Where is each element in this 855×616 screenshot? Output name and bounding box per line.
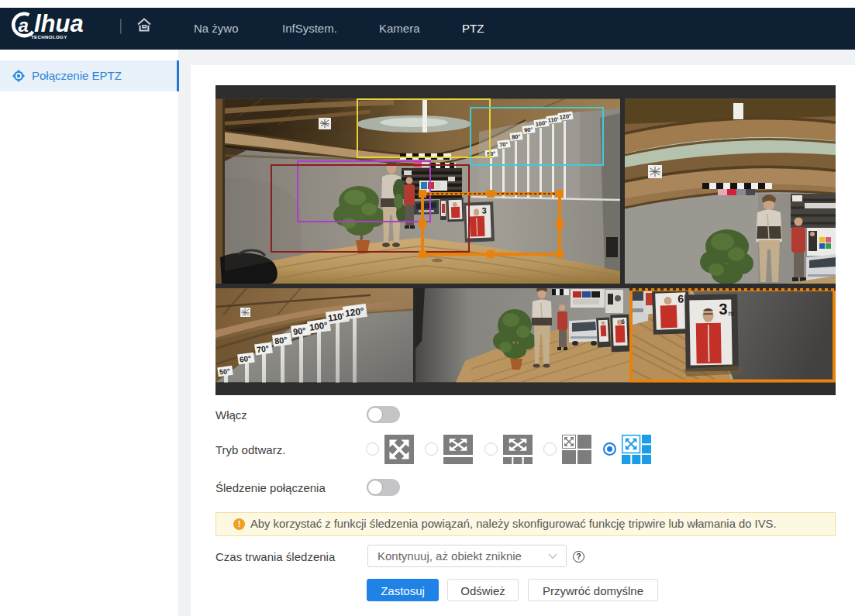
svg-text:110°: 110°	[547, 115, 560, 124]
svg-text:3: 3	[481, 206, 487, 215]
svg-text:a: a	[19, 15, 29, 36]
svg-text:3: 3	[719, 301, 728, 318]
svg-text:120°: 120°	[559, 112, 571, 121]
svg-text:90°: 90°	[524, 126, 533, 133]
svg-text:m: m	[728, 309, 734, 317]
svg-text:100°: 100°	[535, 119, 547, 128]
svg-text:80°: 80°	[512, 132, 521, 140]
svg-text:70°: 70°	[499, 140, 509, 148]
svg-text:TECHNOLOGY: TECHNOLOGY	[31, 34, 67, 40]
svg-text:6: 6	[677, 292, 684, 305]
